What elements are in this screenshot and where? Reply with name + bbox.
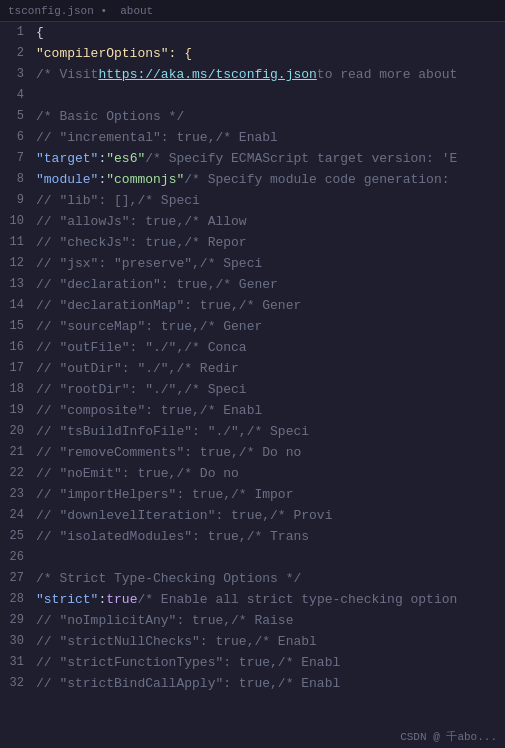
line-number: 32	[4, 673, 24, 694]
line-number: 18	[4, 379, 24, 400]
code-token: /* Enabl	[278, 652, 340, 673]
watermark: CSDN @ 千abo...	[400, 729, 497, 744]
line-number: 23	[4, 484, 24, 505]
code-line: // "checkJs": true, /* Repor	[36, 232, 457, 253]
code-line: // "lib": [], /* Speci	[36, 190, 457, 211]
line-number: 14	[4, 295, 24, 316]
code-token: // "strictBindCallApply": true,	[36, 673, 278, 694]
line-numbers: 1234567891011121314151617181920212223242…	[0, 22, 32, 748]
code-token: // "noImplicitAny": true,	[36, 610, 231, 631]
code-token: // "lib": [],	[36, 190, 137, 211]
code-line: // "composite": true, /* Enabl	[36, 400, 457, 421]
line-number: 17	[4, 358, 24, 379]
code-token: // "sourceMap": true,	[36, 316, 200, 337]
code-token: // "strictNullChecks": true,	[36, 631, 254, 652]
line-number: 10	[4, 211, 24, 232]
code-line: "compilerOptions": {	[36, 43, 457, 64]
code-token: :	[98, 169, 106, 190]
code-token: /* Conca	[184, 337, 246, 358]
code-token: "target"	[36, 148, 98, 169]
code-token: /* Do no	[239, 442, 301, 463]
code-line	[36, 547, 457, 568]
code-token: /* Provi	[270, 505, 332, 526]
editor: tsconfig.json • about 123456789101112131…	[0, 0, 505, 748]
line-number: 7	[4, 148, 24, 169]
code-line: // "strictFunctionTypes": true, /* Enabl	[36, 652, 457, 673]
code-token: /* Allow	[184, 211, 246, 232]
code-token: true	[106, 589, 137, 610]
top-bar-path: about	[120, 5, 153, 17]
code-line	[36, 85, 457, 106]
code-token: /* Enabl	[215, 127, 277, 148]
line-number: 1	[4, 22, 24, 43]
code-token: to read more about	[317, 64, 457, 85]
code-token: "es6"	[106, 148, 145, 169]
line-number: 6	[4, 127, 24, 148]
code-line: // "allowJs": true, /* Allow	[36, 211, 457, 232]
line-number: 25	[4, 526, 24, 547]
code-token: // "incremental": true,	[36, 127, 215, 148]
code-token: // "tsBuildInfoFile": "./",	[36, 421, 247, 442]
line-number: 12	[4, 253, 24, 274]
code-token: "commonjs"	[106, 169, 184, 190]
code-line: "strict": true /* Enable all strict type…	[36, 589, 457, 610]
line-number: 11	[4, 232, 24, 253]
code-token: /* Gener	[200, 316, 262, 337]
line-number: 20	[4, 421, 24, 442]
code-line: // "rootDir": "./", /* Speci	[36, 379, 457, 400]
code-line: // "outDir": "./", /* Redir	[36, 358, 457, 379]
line-number: 22	[4, 463, 24, 484]
code-line: // "strictBindCallApply": true, /* Enabl	[36, 673, 457, 694]
code-line: /* Strict Type-Checking Options */	[36, 568, 457, 589]
code-token: // "declarationMap": true,	[36, 295, 239, 316]
code-line: // "noImplicitAny": true, /* Raise	[36, 610, 457, 631]
code-token: /* Speci	[184, 379, 246, 400]
code-token: "compilerOptions": {	[36, 43, 192, 64]
code-token: /* Redir	[176, 358, 238, 379]
code-line: // "isolatedModules": true, /* Trans	[36, 526, 457, 547]
code-token: /* Speci	[200, 253, 262, 274]
code-token: // "strictFunctionTypes": true,	[36, 652, 278, 673]
code-token: // "removeComments": true,	[36, 442, 239, 463]
code-line: // "incremental": true, /* Enabl	[36, 127, 457, 148]
code-token: // "allowJs": true,	[36, 211, 184, 232]
code-token: // "isolatedModules": true,	[36, 526, 247, 547]
code-token: // "declaration": true,	[36, 274, 215, 295]
line-number: 28	[4, 589, 24, 610]
code-token: /* Do no	[176, 463, 238, 484]
line-number: 21	[4, 442, 24, 463]
line-number: 31	[4, 652, 24, 673]
line-number: 24	[4, 505, 24, 526]
code-token: {	[36, 22, 44, 43]
code-line: /* Basic Options */	[36, 106, 457, 127]
code-line: "module": "commonjs" /* Specify module c…	[36, 169, 457, 190]
code-token: /* Trans	[247, 526, 309, 547]
line-number: 27	[4, 568, 24, 589]
code-line: // "jsx": "preserve", /* Speci	[36, 253, 457, 274]
code-token: /* Basic Options */	[36, 106, 184, 127]
code-token: /* Enable all strict type-checking optio…	[137, 589, 457, 610]
code-token: /* Speci	[137, 190, 199, 211]
code-line: // "importHelpers": true, /* Impor	[36, 484, 457, 505]
code-token: "module"	[36, 169, 98, 190]
line-number: 29	[4, 610, 24, 631]
code-token: // "outFile": "./",	[36, 337, 184, 358]
line-number: 5	[4, 106, 24, 127]
code-line: "target": "es6" /* Specify ECMAScript ta…	[36, 148, 457, 169]
line-number: 13	[4, 274, 24, 295]
code-token: /* Strict Type-Checking Options */	[36, 568, 301, 589]
code-token: /* Visit	[36, 64, 98, 85]
code-token: "strict"	[36, 589, 98, 610]
code-token: /* Enabl	[254, 631, 316, 652]
code-token: // "downlevelIteration": true,	[36, 505, 270, 526]
code-line: // "declaration": true, /* Gener	[36, 274, 457, 295]
line-number: 15	[4, 316, 24, 337]
code-token: // "noEmit": true,	[36, 463, 176, 484]
code-token: :	[98, 589, 106, 610]
line-number: 19	[4, 400, 24, 421]
code-token: /* Speci	[247, 421, 309, 442]
code-line: // "sourceMap": true, /* Gener	[36, 316, 457, 337]
line-number: 8	[4, 169, 24, 190]
code-line: // "removeComments": true, /* Do no	[36, 442, 457, 463]
line-number: 4	[4, 85, 24, 106]
